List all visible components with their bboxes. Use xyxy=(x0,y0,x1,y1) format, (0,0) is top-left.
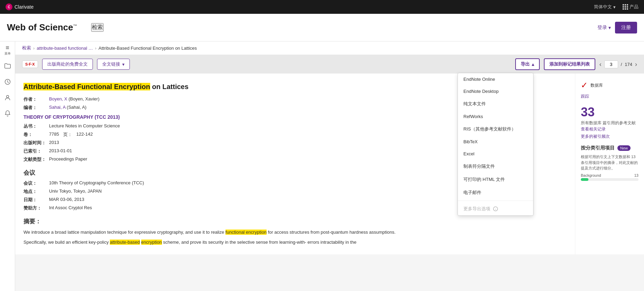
folder-icon xyxy=(4,62,11,69)
clarivate-brand-label: Clarivate xyxy=(15,4,33,10)
top-nav: C Clarivate 简体中文 ▾ 产品 xyxy=(0,0,644,14)
login-dropdown-icon: ▾ xyxy=(608,25,611,30)
export-excel-label: Excel xyxy=(463,151,474,156)
by-category-title: 按分类引用项目 xyxy=(581,145,615,151)
svg-text:i: i xyxy=(495,208,496,211)
conference-label: 会议： xyxy=(23,180,48,186)
search-nav-button[interactable]: 检索 xyxy=(91,23,104,32)
language-label: 简体中文 xyxy=(594,4,612,10)
progress-bar-label: Background 13 xyxy=(581,173,638,177)
page-total: 174 xyxy=(625,62,632,67)
cite-count: 33 xyxy=(581,105,638,119)
toolbar-left: S·F·X 出版商处的免费全文 全文链接 ▾ xyxy=(22,59,130,70)
export-refworks[interactable]: RefWorks xyxy=(458,110,533,123)
export-divider xyxy=(458,201,533,201)
sidebar-item-user[interactable] xyxy=(2,93,13,103)
title-rest: on Lattices xyxy=(150,83,189,90)
products-button[interactable]: 产品 xyxy=(623,4,638,10)
abstract-highlight-1: functional encryption xyxy=(225,230,267,235)
abstract-para-1-before: We introduce a broad lattice manipulatio… xyxy=(23,230,225,235)
menu-icon: ≡ xyxy=(6,44,9,51)
abstract-para-2: Specifically, we build an efficient key-… xyxy=(23,239,567,246)
more-citations-link[interactable]: 更多的被引频次 xyxy=(581,134,638,139)
export-plain-text[interactable]: 纯文本文件 xyxy=(458,97,533,110)
record-body: Attribute-Based Functional Encryption on… xyxy=(15,74,644,254)
wos-logo-sup: ™ xyxy=(73,23,77,28)
page-separator: / xyxy=(621,62,622,67)
top-nav-left: C Clarivate xyxy=(6,3,33,10)
breadcrumb-ellipsis[interactable]: attribute-based functional … xyxy=(37,46,93,51)
author-link-1[interactable]: Boyen, X xyxy=(49,96,67,101)
editor-link-1[interactable]: Sahai, A xyxy=(49,105,66,110)
editor-value: Sahai, A (Sahai, A) xyxy=(49,105,86,111)
export-more-options-label: 更多导出选项 xyxy=(463,206,490,212)
progress-bar xyxy=(581,178,638,181)
export-endnote-online[interactable]: EndNote Online xyxy=(458,73,533,85)
export-bibtex[interactable]: BibTeX xyxy=(458,136,533,148)
page-navigation: ‹ / 174 › xyxy=(599,60,637,68)
export-ris[interactable]: RIS（其他参考文献软件） xyxy=(458,123,533,136)
main-header: Web of Science™ 检索 登录 ▾ 注册 xyxy=(0,14,644,41)
export-html[interactable]: 可打印的 HTML 文件 xyxy=(458,173,533,186)
by-category-desc: 根据可用的引文上下文数据和 13 条引用项目中的摘录，对此文献的提及方式进行细分… xyxy=(581,154,638,171)
products-label: 产品 xyxy=(629,4,638,10)
history-icon xyxy=(4,78,11,85)
prev-page-button[interactable]: ‹ xyxy=(599,61,602,68)
abstract-para-2-after: scheme, and prove its security in the se… xyxy=(162,240,357,245)
pages-value: 122-142 xyxy=(76,132,93,138)
clarivate-icon: C xyxy=(6,3,12,10)
location-value: Univ Tokyo, Tokyo, JAPAN xyxy=(49,188,102,195)
sidebar-item-menu[interactable]: ≡ 菜单 xyxy=(2,45,13,55)
svg-point-3 xyxy=(6,95,9,98)
export-excel[interactable]: Excel xyxy=(458,148,533,160)
conference-value: 10th Theory of Cryptography Conference (… xyxy=(49,180,144,186)
cite-view-related[interactable]: 查看相关记录 xyxy=(581,127,606,132)
export-more-options[interactable]: 更多导出选项 i xyxy=(458,202,533,215)
login-button[interactable]: 登录 ▾ xyxy=(597,25,611,31)
indexed-label: 已索引： xyxy=(23,148,48,154)
export-label: 导出 xyxy=(521,61,530,67)
sidebar-item-history[interactable] xyxy=(2,77,13,87)
free-fulltext-button[interactable]: 出版商处的免费全文 xyxy=(42,59,93,70)
fulltext-link-dropdown-icon: ▾ xyxy=(122,62,125,67)
export-bibtex-label: BibTeX xyxy=(463,139,478,144)
language-selector[interactable]: 简体中文 ▾ xyxy=(594,4,616,10)
page-input[interactable] xyxy=(604,60,618,68)
volume-label: 卷： xyxy=(23,132,48,138)
wos-logo-text: Web of Science xyxy=(7,22,73,33)
progress-bar-fill xyxy=(581,178,588,181)
author-label: 作者： xyxy=(23,96,48,103)
export-html-label: 可打印的 HTML 文件 xyxy=(463,176,505,183)
export-endnote-desktop[interactable]: EndNote Desktop xyxy=(458,85,533,97)
sidebar-menu-label: 菜单 xyxy=(4,51,11,56)
svg-text:C: C xyxy=(8,5,10,9)
pubdate-value: 2013 xyxy=(49,140,59,146)
register-button[interactable]: 注册 xyxy=(615,22,637,33)
track-label[interactable]: 跟踪 xyxy=(581,94,638,99)
export-ris-label: RIS（其他参考文献软件） xyxy=(463,126,516,132)
date-value: MAR 03-06, 2013 xyxy=(49,197,84,203)
export-tab-delimited[interactable]: 制表符分隔文件 xyxy=(458,160,533,173)
add-to-marked-button[interactable]: 添加到标记结果列表 xyxy=(544,58,595,70)
abstract-heading: 摘要： xyxy=(23,217,567,225)
export-email[interactable]: 电子邮件 xyxy=(458,186,533,199)
header-left: Web of Science™ 检索 xyxy=(7,22,104,33)
export-button[interactable]: 导出 ▴ xyxy=(515,58,540,70)
breadcrumb-search[interactable]: 检索 xyxy=(22,45,31,51)
sponsor-value: Int Assoc Cryptol Res xyxy=(49,205,92,211)
abstract-highlight-3: encryption xyxy=(141,240,162,245)
grid-icon xyxy=(623,4,628,10)
check-icon: ✓ xyxy=(581,80,588,90)
sidebar-item-bell[interactable] xyxy=(2,108,13,119)
info-icon: i xyxy=(493,206,498,211)
sidebar-item-folder[interactable] xyxy=(2,61,13,71)
title-highlight: Attribute-Based Functional Encryption xyxy=(23,83,150,90)
fulltext-link-button[interactable]: 全文链接 ▾ xyxy=(97,59,130,70)
add-to-marked-label: 添加到标记结果列表 xyxy=(549,61,590,67)
cite-label: 所有数据库 篇引用的参考文献 xyxy=(581,120,638,126)
content-area: 检索 › attribute-based functional … › Attr… xyxy=(15,41,644,291)
sponsor-label: 赞助方： xyxy=(23,205,48,211)
bell-icon xyxy=(4,110,11,117)
top-nav-right: 简体中文 ▾ 产品 xyxy=(594,4,638,10)
next-page-button[interactable]: › xyxy=(635,61,637,68)
